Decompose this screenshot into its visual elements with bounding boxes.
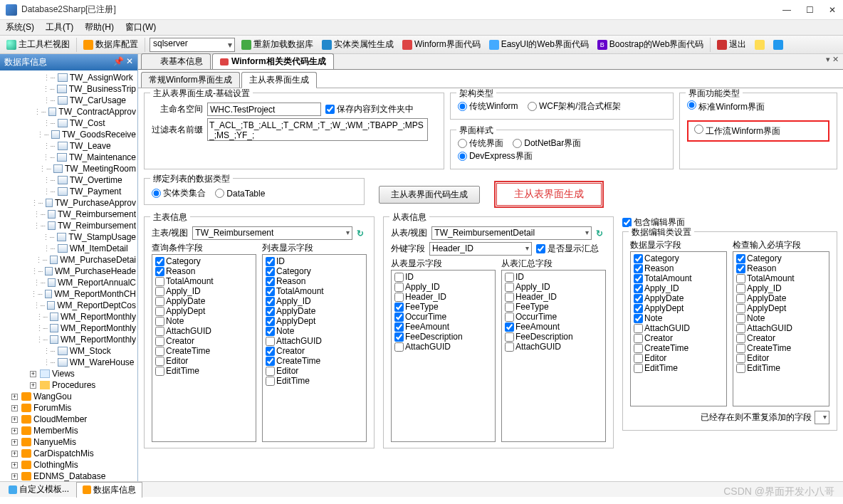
edit-disp-list[interactable]: CategoryReasonTotalAmountApply_IDApplyDa… bbox=[630, 251, 727, 406]
field-check[interactable]: Editor bbox=[154, 356, 254, 366]
tb-bootstrap[interactable]: BBoostrap的Web界面代码 bbox=[595, 37, 706, 52]
tree-table[interactable]: ⋮┈TW_MeetingRoom bbox=[0, 163, 137, 174]
field-check[interactable]: Apply_ID bbox=[632, 283, 725, 293]
field-check[interactable]: TotalAmount bbox=[735, 273, 827, 283]
field-check[interactable]: CreateTime bbox=[154, 346, 254, 356]
tree-table[interactable]: ⋮┈TW_PurchaseApprov bbox=[0, 197, 137, 209]
tree-table[interactable]: ⋮┈WM_ReportMonthly bbox=[0, 322, 137, 334]
tree-table[interactable]: ⋮┈WM_ReportDeptCos bbox=[0, 300, 137, 311]
field-check[interactable]: ID bbox=[264, 256, 365, 266]
field-check[interactable]: ID bbox=[503, 272, 604, 282]
gen-ui-button[interactable]: 主从表界面生成 bbox=[496, 183, 602, 206]
field-check[interactable]: Apply_ID bbox=[154, 286, 254, 296]
field-check[interactable]: Creator bbox=[632, 333, 725, 343]
field-check[interactable]: AttachGUID bbox=[735, 323, 827, 333]
field-check[interactable]: ApplyDate bbox=[264, 306, 365, 316]
field-check[interactable]: Note bbox=[632, 313, 725, 323]
no-dup-combo[interactable] bbox=[815, 411, 829, 424]
style-dotnetbar[interactable]: DotNetBar界面 bbox=[513, 137, 581, 149]
field-check[interactable]: FeeDescription bbox=[503, 332, 604, 342]
field-check[interactable]: ApplyDept bbox=[735, 303, 827, 313]
field-check[interactable]: AttachGUID bbox=[632, 323, 725, 333]
field-check[interactable]: ApplyDept bbox=[632, 303, 725, 313]
field-check[interactable]: Note bbox=[154, 316, 254, 326]
refresh-icon[interactable]: ↻ bbox=[357, 229, 367, 238]
tree-table[interactable]: ⋮┈TW_ContractApprov bbox=[0, 106, 137, 117]
tree-table[interactable]: ⋮┈TW_AssignWork bbox=[0, 72, 137, 83]
bind-datatable[interactable]: DataTable bbox=[215, 189, 265, 199]
fn-standard[interactable]: 标准Winform界面 bbox=[687, 102, 765, 112]
field-check[interactable]: FeeDescription bbox=[393, 332, 493, 342]
tree-table[interactable]: ⋮┈TW_Payment bbox=[0, 186, 137, 197]
tree-table[interactable]: ⋮┈TW_GoodsReceive bbox=[0, 129, 137, 140]
field-check[interactable]: CreateTime bbox=[735, 343, 827, 353]
tab-table-basic[interactable]: 表基本信息 bbox=[141, 53, 211, 69]
tb-help[interactable] bbox=[771, 38, 785, 51]
ns-input[interactable] bbox=[207, 103, 321, 116]
tree-table[interactable]: ⋮┈TW_CarUsage bbox=[0, 95, 137, 106]
field-check[interactable]: TotalAmount bbox=[154, 276, 254, 286]
master-query-list[interactable]: CategoryReasonTotalAmountApply_IDApplyDa… bbox=[152, 254, 256, 442]
field-check[interactable]: Category bbox=[154, 256, 254, 266]
tree-table[interactable]: ⋮┈WM_ReportAnnualC bbox=[0, 277, 137, 288]
tree-table[interactable]: ⋮┈WM_Stock bbox=[0, 345, 137, 357]
style-trad[interactable]: 传统界面 bbox=[458, 137, 503, 149]
inner-tab-masterdetail[interactable]: 主从表界面生成 bbox=[241, 72, 317, 88]
detail-disp-list[interactable]: IDApply_IDHeader_IDFeeTypeOccurTimeFeeAm… bbox=[391, 270, 496, 442]
tree-table[interactable]: ⋮┈TW_Reimbursement bbox=[0, 220, 137, 231]
tree-table[interactable]: ⋮┈TW_Leave bbox=[0, 140, 137, 152]
inner-tab-normal[interactable]: 常规Winform界面生成 bbox=[141, 72, 240, 88]
bind-entity[interactable]: 实体类集合 bbox=[152, 187, 206, 199]
show-sum-check[interactable]: 是否显示汇总 bbox=[536, 243, 599, 255]
tree-database[interactable]: +WangGou bbox=[0, 391, 137, 402]
field-check[interactable]: Reason bbox=[632, 263, 725, 273]
menu-tools[interactable]: 工具(T) bbox=[46, 21, 73, 33]
menu-window[interactable]: 窗口(W) bbox=[125, 21, 156, 33]
master-view-combo[interactable]: TW_Reimbursement bbox=[192, 226, 352, 240]
detail-sum-list[interactable]: IDApply_IDHeader_IDFeeTypeOccurTimeFeeAm… bbox=[501, 270, 606, 442]
master-disp-list[interactable]: IDCategoryReasonTotalAmountApply_IDApply… bbox=[262, 254, 367, 442]
tb-db-select[interactable]: sqlserver bbox=[150, 38, 235, 52]
field-check[interactable]: ApplyDate bbox=[154, 296, 254, 306]
field-check[interactable]: FeeType bbox=[503, 302, 604, 312]
minimize-button[interactable]: — bbox=[782, 5, 792, 15]
field-check[interactable]: FeeAmount bbox=[393, 322, 493, 332]
tree-database[interactable]: +CloudMember bbox=[0, 414, 137, 425]
tree-database[interactable]: +NanyueMis bbox=[0, 436, 137, 448]
tree-table[interactable]: ⋮┈WM_ReportMonthCH bbox=[0, 288, 137, 300]
prefix-input[interactable]: T_ACL_;TB_;ALL_;T_CRM_;T_;W_;WM_;TBAPP_;… bbox=[207, 118, 428, 141]
field-check[interactable]: ApplyDept bbox=[264, 316, 365, 326]
field-check[interactable]: CreateTime bbox=[264, 356, 365, 366]
tb-reload[interactable]: 重新加载数据库 bbox=[239, 37, 315, 52]
tree-table[interactable]: ⋮┈TW_Overtime bbox=[0, 174, 137, 186]
tab-winform-gen[interactable]: Winform相关类代码生成 bbox=[212, 53, 334, 69]
tree-table[interactable]: ⋮┈TW_Cost bbox=[0, 117, 137, 129]
tree-table[interactable]: ⋮┈TW_Maintenance bbox=[0, 152, 137, 163]
field-check[interactable]: ID bbox=[393, 272, 493, 282]
bottom-tab-dbinfo[interactable]: 数据库信息 bbox=[76, 482, 142, 498]
field-check[interactable]: Category bbox=[632, 253, 725, 263]
tree-table[interactable]: ⋮┈WM_ReportMonthly bbox=[0, 311, 137, 322]
tb-db-config[interactable]: 数据库配置 bbox=[81, 37, 140, 52]
tree-database[interactable]: +EDNMS_Database bbox=[0, 471, 137, 481]
edit-req-list[interactable]: CategoryReasonTotalAmountApply_IDApplyDa… bbox=[733, 251, 829, 406]
field-check[interactable]: Reason bbox=[154, 266, 254, 276]
field-check[interactable]: EditTime bbox=[735, 363, 827, 373]
gen-code-button[interactable]: 主从表界面代码生成 bbox=[379, 186, 480, 204]
field-check[interactable]: AttachGUID bbox=[264, 336, 365, 346]
tree-table[interactable]: ⋮┈WM_ReportMonthly bbox=[0, 334, 137, 345]
tree-table[interactable]: ⋮┈TW_Reimbursement bbox=[0, 209, 137, 220]
save-folder-check[interactable]: 保存内容到文件夹中 bbox=[325, 103, 414, 115]
field-check[interactable]: EditTime bbox=[264, 376, 365, 386]
tree-database[interactable]: +MemberMis bbox=[0, 425, 137, 436]
field-check[interactable]: CreateTime bbox=[632, 343, 725, 353]
field-check[interactable]: ApplyDate bbox=[735, 293, 827, 303]
tree-database[interactable]: +CarDispatchMis bbox=[0, 448, 137, 459]
fn-workflow[interactable]: 工作流Winform界面 bbox=[694, 126, 780, 136]
field-check[interactable]: ApplyDate bbox=[632, 293, 725, 303]
field-check[interactable]: ApplyDept bbox=[154, 306, 254, 316]
field-check[interactable]: Apply_ID bbox=[735, 283, 827, 293]
field-check[interactable]: AttachGUID bbox=[503, 342, 604, 352]
field-check[interactable]: OccurTime bbox=[393, 312, 493, 322]
arch-wcf[interactable]: WCF架构/混合式框架 bbox=[528, 100, 621, 112]
